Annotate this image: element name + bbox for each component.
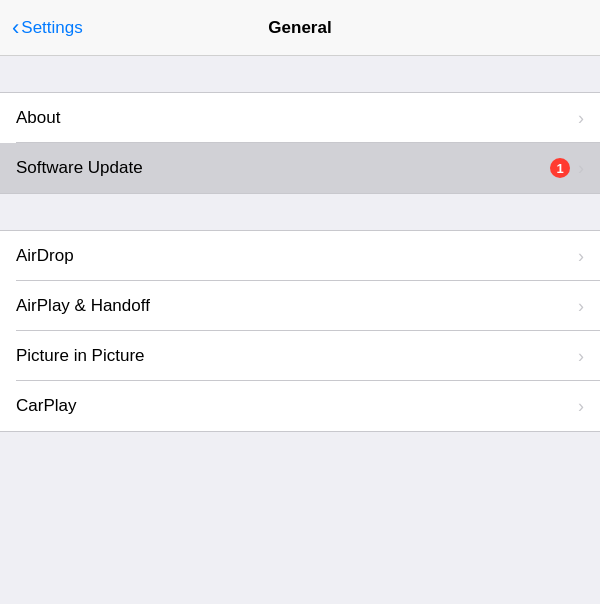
airplay-handoff-chevron-icon: ›: [578, 297, 584, 315]
back-chevron-icon: ‹: [12, 17, 19, 39]
back-button-label: Settings: [21, 18, 82, 38]
airplay-handoff-row[interactable]: AirPlay & Handoff ›: [0, 281, 600, 331]
software-update-label: Software Update: [16, 158, 143, 178]
navigation-bar: ‹ Settings General: [0, 0, 600, 56]
software-update-chevron-icon: ›: [578, 159, 584, 177]
software-update-badge: 1: [550, 158, 570, 178]
software-update-row[interactable]: Software Update 1 ›: [0, 143, 600, 193]
software-update-row-right: 1 ›: [550, 158, 584, 178]
carplay-label: CarPlay: [16, 396, 76, 416]
about-row-right: ›: [578, 109, 584, 127]
about-row[interactable]: About ›: [0, 93, 600, 143]
about-chevron-icon: ›: [578, 109, 584, 127]
settings-group-2: AirDrop › AirPlay & Handoff › Picture in…: [0, 230, 600, 432]
airdrop-label: AirDrop: [16, 246, 74, 266]
airdrop-row[interactable]: AirDrop ›: [0, 231, 600, 281]
picture-in-picture-row-right: ›: [578, 347, 584, 365]
section-gap-1: [0, 56, 600, 92]
back-button[interactable]: ‹ Settings: [12, 17, 83, 39]
picture-in-picture-chevron-icon: ›: [578, 347, 584, 365]
airplay-handoff-row-right: ›: [578, 297, 584, 315]
picture-in-picture-label: Picture in Picture: [16, 346, 145, 366]
carplay-row-right: ›: [578, 397, 584, 415]
picture-in-picture-row[interactable]: Picture in Picture ›: [0, 331, 600, 381]
settings-group-1: About › Software Update 1 ›: [0, 92, 600, 194]
carplay-chevron-icon: ›: [578, 397, 584, 415]
about-label: About: [16, 108, 60, 128]
airdrop-chevron-icon: ›: [578, 247, 584, 265]
carplay-row[interactable]: CarPlay ›: [0, 381, 600, 431]
section-gap-2: [0, 194, 600, 230]
airplay-handoff-label: AirPlay & Handoff: [16, 296, 150, 316]
page-title: General: [268, 18, 331, 38]
airdrop-row-right: ›: [578, 247, 584, 265]
